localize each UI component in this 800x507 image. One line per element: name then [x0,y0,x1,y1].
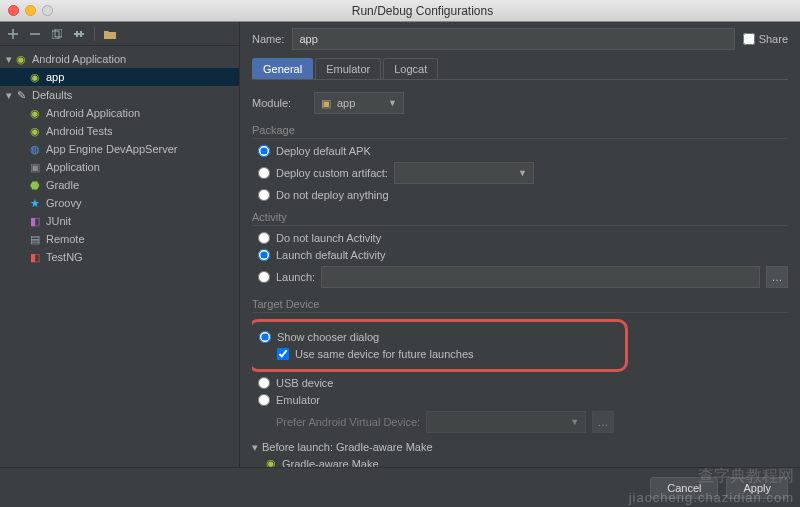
tree-label: App Engine DevAppServer [46,143,177,155]
section-header: Activity [252,209,788,226]
share-checkbox[interactable] [743,33,755,45]
avd-combo: ▼ [426,411,586,433]
share-label: Share [759,33,788,45]
settings-config-icon[interactable] [72,27,86,41]
add-config-icon[interactable] [6,27,20,41]
window-title: Run/Debug Configurations [53,4,792,18]
radio-usb-device[interactable] [258,377,270,389]
minimize-window-icon[interactable] [25,5,36,16]
section-activity: Activity Do not launch Activity Launch d… [252,209,788,288]
svg-rect-3 [76,31,78,37]
groovy-icon: ★ [28,196,42,210]
tree-node-default-android-tests[interactable]: ◉Android Tests [0,122,239,140]
expand-icon[interactable]: ▾ [4,53,14,66]
tab-emulator[interactable]: Emulator [315,58,381,79]
prefer-avd-label: Prefer Android Virtual Device: [276,416,420,428]
testng-icon: ◧ [28,250,42,264]
radio-do-not-deploy[interactable] [258,189,270,201]
radio-deploy-default[interactable] [258,145,270,157]
radio-label: Do not deploy anything [276,189,389,201]
gradle-make-icon: ◉ [266,457,276,467]
maximize-window-icon[interactable] [42,5,53,16]
svg-rect-4 [80,31,82,37]
radio-label: Deploy custom artifact: [276,167,388,179]
form-content: Module: ▣ app ▼ Package Deploy default A… [252,80,788,467]
browse-activity-button[interactable]: … [766,266,788,288]
checkbox-use-same-device[interactable] [277,348,289,360]
config-toolbar [0,22,239,46]
radio-label: Deploy default APK [276,145,371,157]
radio-label: Show chooser dialog [277,331,379,343]
tab-logcat[interactable]: Logcat [383,58,438,79]
name-label: Name: [252,33,284,45]
remote-icon: ▤ [28,232,42,246]
traffic-lights [8,5,53,16]
close-window-icon[interactable] [8,5,19,16]
left-panel: ▾ ◉ Android Application ◉ app ▾ ✎ Defaul… [0,22,240,467]
tree-node-app[interactable]: ◉ app [0,68,239,86]
highlight-box: Show chooser dialog Use same device for … [252,319,628,372]
before-launch-item-label: Gradle-aware Make [282,458,379,468]
tree-node-default-testng[interactable]: ◧TestNG [0,248,239,266]
tree-label: TestNG [46,251,83,263]
tree-label: Remote [46,233,85,245]
tree-label: JUnit [46,215,71,227]
before-launch-item[interactable]: ◉ Gradle-aware Make [252,454,788,467]
name-input[interactable] [292,28,734,50]
tree-label: Android Application [32,53,126,65]
radio-deploy-custom[interactable] [258,167,270,179]
tree-label: app [46,71,64,83]
tree-label: Android Application [46,107,140,119]
section-target-device: Target Device Show chooser dialog Use sa… [252,296,788,433]
radio-show-chooser[interactable] [259,331,271,343]
radio-emulator[interactable] [258,394,270,406]
window-titlebar: Run/Debug Configurations [0,0,800,22]
expand-icon[interactable]: ▾ [4,89,14,102]
tab-general[interactable]: General [252,58,313,79]
apply-button[interactable]: Apply [726,477,788,499]
junit-icon: ◧ [28,214,42,228]
copy-config-icon[interactable] [50,27,64,41]
section-package: Package Deploy default APK Deploy custom… [252,122,788,201]
module-combo[interactable]: ▣ app ▼ [314,92,404,114]
tree-node-android-application[interactable]: ▾ ◉ Android Application [0,50,239,68]
radio-label: Do not launch Activity [276,232,381,244]
radio-launch-default[interactable] [258,249,270,261]
radio-launch-specific[interactable] [258,271,270,283]
config-tree[interactable]: ▾ ◉ Android Application ◉ app ▾ ✎ Defaul… [0,46,239,467]
radio-label: Emulator [276,394,320,406]
tree-node-default-appengine[interactable]: ◍App Engine DevAppServer [0,140,239,158]
tree-node-default-gradle[interactable]: ⬣Gradle [0,176,239,194]
collapse-icon[interactable]: ▾ [252,441,258,453]
wrench-icon: ✎ [14,88,28,102]
chevron-down-icon: ▼ [518,168,527,178]
tree-node-default-android-application[interactable]: ◉Android Application [0,104,239,122]
chevron-down-icon: ▼ [570,417,579,427]
before-launch-title: Before launch: Gradle-aware Make [262,441,433,453]
group-config-icon[interactable] [103,27,117,41]
svg-rect-2 [74,33,84,35]
android-icon: ◉ [28,106,42,120]
section-header: Target Device [252,296,788,313]
cancel-button[interactable]: Cancel [650,477,718,499]
radio-label: USB device [276,377,333,389]
application-icon: ▣ [28,160,42,174]
module-label: Module: [252,97,308,109]
tree-node-default-remote[interactable]: ▤Remote [0,230,239,248]
launch-activity-field[interactable] [321,266,760,288]
gradle-icon: ⬣ [28,178,42,192]
checkbox-label: Use same device for future launches [295,348,474,360]
tree-label: Application [46,161,100,173]
android-icon: ◉ [28,70,42,84]
tree-node-defaults[interactable]: ▾ ✎ Defaults [0,86,239,104]
tree-label: Gradle [46,179,79,191]
avd-manager-button: … [592,411,614,433]
remove-config-icon[interactable] [28,27,42,41]
tree-node-default-application[interactable]: ▣Application [0,158,239,176]
radio-do-not-launch[interactable] [258,232,270,244]
custom-artifact-combo[interactable]: ▼ [394,162,534,184]
tree-node-default-groovy[interactable]: ★Groovy [0,194,239,212]
tree-node-default-junit[interactable]: ◧JUnit [0,212,239,230]
tree-label: Android Tests [46,125,112,137]
dialog-footer: Cancel Apply [0,467,800,507]
